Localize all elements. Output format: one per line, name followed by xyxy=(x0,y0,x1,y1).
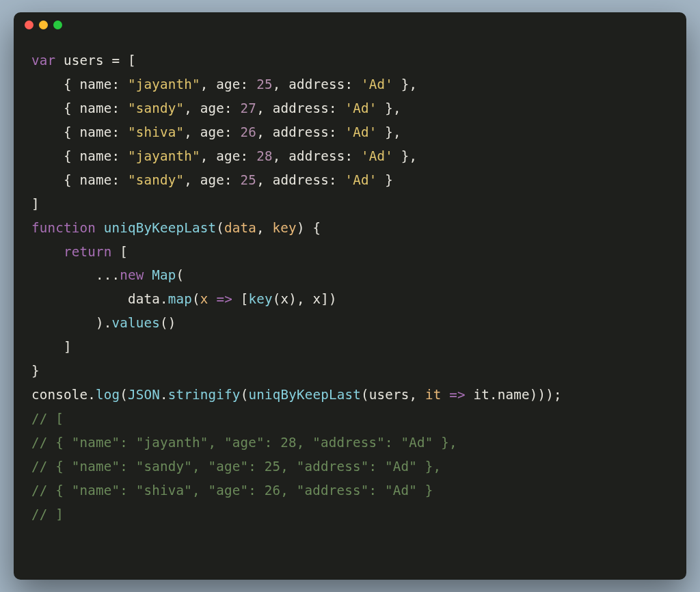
token-objkey: address xyxy=(273,100,329,116)
token-punc: : xyxy=(112,124,129,140)
code-line: // [ xyxy=(31,411,64,427)
token-punc: : xyxy=(224,124,241,140)
token-param: data xyxy=(224,220,256,236)
token-punc: ] xyxy=(31,196,40,212)
code-line: // { "name": "sandy", "age": 25, "addres… xyxy=(31,459,441,474)
token-kw: new xyxy=(120,267,144,283)
token-punc: , xyxy=(184,100,200,116)
token-ident: it xyxy=(474,387,490,403)
token-num: 25 xyxy=(241,172,257,188)
token-punc: , xyxy=(200,77,217,92)
token-punc: : xyxy=(241,148,257,164)
token-punc: ( xyxy=(361,387,369,403)
token-punc: : xyxy=(329,172,345,188)
token-num: 26 xyxy=(241,124,257,140)
code-line: ...new Map( xyxy=(31,267,184,283)
code-line: var users = [ xyxy=(31,53,136,68)
close-icon[interactable] xyxy=(25,21,33,29)
token-num: 27 xyxy=(241,100,257,116)
token-punc: , xyxy=(200,148,217,164)
token-str: 'Ad' xyxy=(345,172,377,188)
token-str: 'Ad' xyxy=(361,77,393,92)
token-kw: return xyxy=(64,244,112,260)
token-objkey: age xyxy=(200,124,224,140)
token-kw: var xyxy=(31,53,55,68)
token-punc: ( xyxy=(176,267,185,283)
token-punc: { xyxy=(31,100,80,116)
token-punc: : xyxy=(112,172,129,188)
token-kw: => xyxy=(216,291,232,307)
token-str: 'Ad' xyxy=(345,124,377,140)
minimize-icon[interactable] xyxy=(39,21,48,29)
token-str: "sandy" xyxy=(128,100,184,116)
code-line: { name: "sandy", age: 27, address: 'Ad' … xyxy=(31,100,401,116)
code-line: data.map(x => [key(x), x]) xyxy=(31,291,337,307)
token-punc: ... xyxy=(31,267,120,283)
token-num: 28 xyxy=(256,148,273,164)
token-punc xyxy=(31,291,128,307)
code-line: { name: "jayanth", age: 25, address: 'Ad… xyxy=(31,77,417,92)
code-block: var users = [ { name: "jayanth", age: 25… xyxy=(14,37,686,545)
token-str: 'Ad' xyxy=(345,100,377,116)
token-punc: } xyxy=(31,363,40,379)
token-objkey: age xyxy=(216,148,240,164)
token-punc: . xyxy=(160,387,168,403)
zoom-icon[interactable] xyxy=(53,21,62,29)
token-fn: uniqByKeepLast xyxy=(104,220,217,236)
token-punc: : xyxy=(329,100,345,116)
token-punc: = [ xyxy=(104,53,136,68)
token-fn: stringify xyxy=(168,387,241,403)
token-punc: : xyxy=(112,148,129,164)
token-punc: ), xyxy=(288,291,312,307)
token-punc: , xyxy=(256,124,273,140)
code-line: // ] xyxy=(31,507,64,522)
token-objkey: address xyxy=(288,77,345,92)
token-punc: , xyxy=(256,100,273,116)
code-line: ).values() xyxy=(31,315,176,331)
token-punc: : xyxy=(224,100,241,116)
code-line: function uniqByKeepLast(data, key) { xyxy=(31,220,321,236)
token-cmt: // { "name": "shiva", "age": 26, "addres… xyxy=(31,483,433,498)
token-punc: }, xyxy=(377,100,401,116)
token-punc: { xyxy=(31,124,80,140)
token-punc: } xyxy=(377,172,393,188)
token-punc xyxy=(96,220,104,236)
code-line: { name: "jayanth", age: 28, address: 'Ad… xyxy=(31,148,417,164)
token-punc: [ xyxy=(112,244,129,260)
token-punc: ( xyxy=(216,220,224,236)
token-cmt: // { "name": "sandy", "age": 25, "addres… xyxy=(31,459,441,474)
token-str: 'Ad' xyxy=(361,148,393,164)
token-punc: { xyxy=(31,148,80,164)
token-fn: map xyxy=(168,291,192,307)
token-punc: : xyxy=(112,77,129,92)
token-punc: , xyxy=(256,172,273,188)
code-line: ] xyxy=(31,196,40,212)
token-str: "jayanth" xyxy=(128,148,200,164)
token-punc: , xyxy=(184,172,200,188)
token-objkey: address xyxy=(273,124,329,140)
token-param: x xyxy=(200,291,208,307)
token-punc xyxy=(55,53,64,68)
token-str: "sandy" xyxy=(128,172,184,188)
token-punc: }, xyxy=(393,148,417,164)
token-punc: , xyxy=(273,148,289,164)
token-kw: => xyxy=(449,387,466,403)
token-class: Map xyxy=(152,267,176,283)
token-punc xyxy=(466,387,474,403)
token-str: "shiva" xyxy=(128,124,184,140)
token-ident: data xyxy=(128,291,160,307)
token-objkey: age xyxy=(216,77,240,92)
token-punc: : xyxy=(112,100,129,116)
token-punc: : xyxy=(329,124,345,140)
token-punc: }, xyxy=(393,77,417,92)
token-punc: : xyxy=(345,148,361,164)
code-line: return [ xyxy=(31,244,128,260)
token-kw: function xyxy=(31,220,96,236)
token-punc: ( xyxy=(120,387,128,403)
token-punc: . xyxy=(160,291,168,307)
token-punc xyxy=(31,244,64,260)
token-ident: x xyxy=(312,291,321,307)
token-punc: ( xyxy=(192,291,200,307)
code-line: { name: "sandy", age: 25, address: 'Ad' … xyxy=(31,172,393,188)
token-punc: , xyxy=(409,387,425,403)
